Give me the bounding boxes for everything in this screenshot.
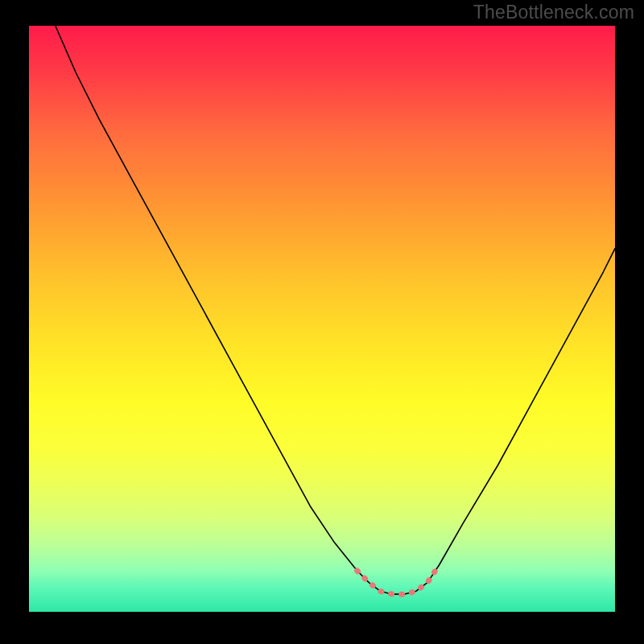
- highlight-path: [357, 565, 440, 594]
- chart-svg: [29, 26, 615, 612]
- plot-area: [29, 26, 615, 612]
- watermark-text: TheBottleneck.com: [473, 2, 634, 23]
- curve-path: [56, 26, 615, 594]
- chart-frame: TheBottleneck.com: [0, 0, 644, 644]
